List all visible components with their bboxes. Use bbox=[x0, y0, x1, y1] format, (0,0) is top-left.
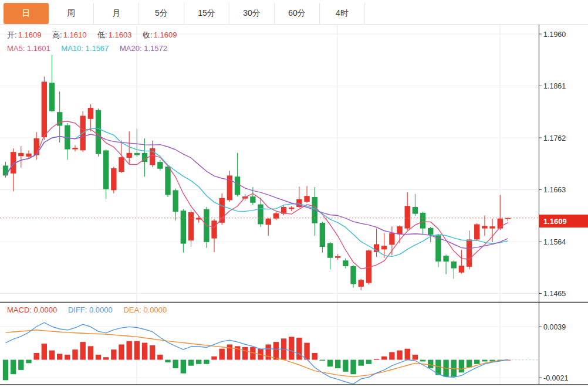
macd-bar bbox=[111, 349, 116, 359]
period-tab-2[interactable]: 周 bbox=[49, 3, 94, 24]
period-tab-4[interactable]: 5分 bbox=[139, 3, 184, 24]
price-axis-label: 1.1762 bbox=[543, 134, 566, 142]
period-tab-8[interactable]: 4时 bbox=[320, 3, 365, 24]
candle-body bbox=[266, 219, 271, 225]
open-label: 开: bbox=[7, 30, 17, 39]
chart-area: 1.19601.18611.17621.16631.15641.14650.00… bbox=[0, 25, 588, 387]
macd-bar bbox=[96, 355, 101, 360]
period-tab-7[interactable]: 60分 bbox=[275, 3, 320, 24]
high-pair: 高:1.1610 bbox=[52, 30, 86, 39]
macd-bar bbox=[134, 341, 140, 360]
macd-bar bbox=[343, 360, 348, 372]
macd-bar bbox=[428, 360, 433, 369]
candle-body bbox=[304, 196, 309, 202]
candle-body bbox=[126, 153, 131, 158]
macd-bar bbox=[165, 360, 170, 362]
price-axis-label: 1.1861 bbox=[543, 82, 566, 90]
period-tab-5[interactable]: 15分 bbox=[184, 3, 229, 24]
macd-bar bbox=[289, 337, 294, 359]
candle-body bbox=[451, 262, 457, 269]
macd-pair: MACD: 0.0000 bbox=[7, 305, 57, 314]
macd-bar bbox=[88, 346, 93, 359]
candle-body bbox=[359, 280, 364, 287]
macd-bar bbox=[3, 360, 8, 381]
macd-axis-label: 0.0039 bbox=[543, 323, 566, 331]
macd-histogram bbox=[3, 337, 511, 380]
candle-body bbox=[26, 154, 31, 157]
ma-legend: MA5: 1.1601 MA10: 1.1567 MA20: 1.1572 bbox=[7, 44, 176, 53]
candle-body bbox=[173, 190, 178, 212]
close-pair: 收:1.1609 bbox=[143, 30, 177, 39]
candle-body bbox=[343, 260, 348, 266]
candle-body bbox=[443, 256, 448, 262]
macd-bar bbox=[49, 351, 55, 360]
candle-body bbox=[235, 176, 240, 195]
price-axis-label: 1.1465 bbox=[543, 290, 566, 298]
macd-bar bbox=[335, 360, 340, 369]
candle-body bbox=[3, 165, 8, 175]
macd-bar bbox=[389, 352, 394, 360]
period-tab-1[interactable]: 日 bbox=[4, 3, 49, 24]
candle-body bbox=[250, 196, 255, 203]
candle-body bbox=[72, 148, 77, 150]
macd-bar bbox=[173, 360, 178, 369]
macd-bar bbox=[103, 357, 109, 359]
macd-bar bbox=[420, 360, 425, 362]
candle-body bbox=[489, 226, 495, 229]
ma10-label: MA10: bbox=[61, 44, 83, 53]
ohlc-legend: 开:1.1609 高:1.1610 低:1.1603 收:1.1609 bbox=[7, 30, 185, 40]
candle-body bbox=[219, 198, 225, 223]
candle-body bbox=[482, 226, 487, 228]
macd-bar bbox=[312, 353, 317, 360]
macd-bar bbox=[219, 349, 225, 360]
kline-chart-canvas[interactable]: 1.19601.18611.17621.16631.15641.14650.00… bbox=[0, 25, 588, 387]
candle-body bbox=[389, 233, 394, 245]
ma20-value: 1.1572 bbox=[144, 44, 167, 53]
macd-bar bbox=[327, 360, 333, 367]
macd-bar bbox=[296, 338, 302, 360]
candle-body bbox=[397, 226, 402, 234]
candle-body bbox=[413, 207, 418, 214]
macd-bar bbox=[320, 360, 325, 361]
candle-body bbox=[18, 153, 23, 156]
macd-bar bbox=[181, 360, 186, 374]
candle-body bbox=[119, 157, 124, 172]
period-tab-3[interactable]: 月 bbox=[94, 3, 139, 24]
open-pair: 开:1.1609 bbox=[7, 30, 41, 39]
period-tabbar: 日周月5分15分30分60分4时 bbox=[0, 0, 588, 25]
price-axis-label: 1.1960 bbox=[543, 30, 566, 39]
candle-body bbox=[420, 213, 425, 229]
macd-bar bbox=[359, 360, 364, 366]
period-tab-6[interactable]: 30分 bbox=[229, 3, 275, 24]
macd-bar bbox=[33, 353, 39, 360]
macd-bar bbox=[350, 360, 356, 375]
macd-bar bbox=[467, 360, 472, 368]
macd-bar bbox=[413, 355, 418, 360]
high-label: 高: bbox=[52, 30, 62, 39]
ma10-value: 1.1567 bbox=[86, 44, 109, 53]
low-value: 1.1603 bbox=[109, 30, 132, 39]
macd-bar bbox=[42, 344, 47, 360]
price-axis-label: 1.1564 bbox=[543, 238, 566, 246]
macd-legend: MACD: 0.0000 DIFF: 0.0000 DEA: 0.0000 bbox=[7, 305, 175, 315]
candle-body bbox=[258, 205, 263, 225]
ma5-pair: MA5: 1.1601 bbox=[7, 44, 50, 53]
macd-bar bbox=[266, 344, 271, 359]
price-axis-label: 1.1663 bbox=[543, 186, 566, 194]
macd-value: 0.0000 bbox=[34, 305, 58, 314]
macd-bar bbox=[366, 360, 371, 364]
macd-bar bbox=[119, 344, 124, 359]
macd-bar bbox=[157, 355, 163, 360]
candlestick-series bbox=[3, 55, 511, 290]
macd-bar bbox=[150, 345, 155, 360]
kline-chart-app: 日周月5分15分30分60分4时 1.19601.18611.17621.166… bbox=[0, 0, 588, 387]
macd-bar bbox=[65, 355, 70, 360]
candle-body bbox=[103, 150, 109, 189]
ma5-value: 1.1601 bbox=[27, 44, 50, 53]
macd-bar bbox=[80, 342, 85, 359]
macd-bar bbox=[72, 349, 77, 359]
close-value: 1.1609 bbox=[154, 30, 177, 39]
candle-body bbox=[474, 225, 479, 240]
candle-body bbox=[350, 266, 356, 284]
candle-body bbox=[88, 108, 93, 119]
